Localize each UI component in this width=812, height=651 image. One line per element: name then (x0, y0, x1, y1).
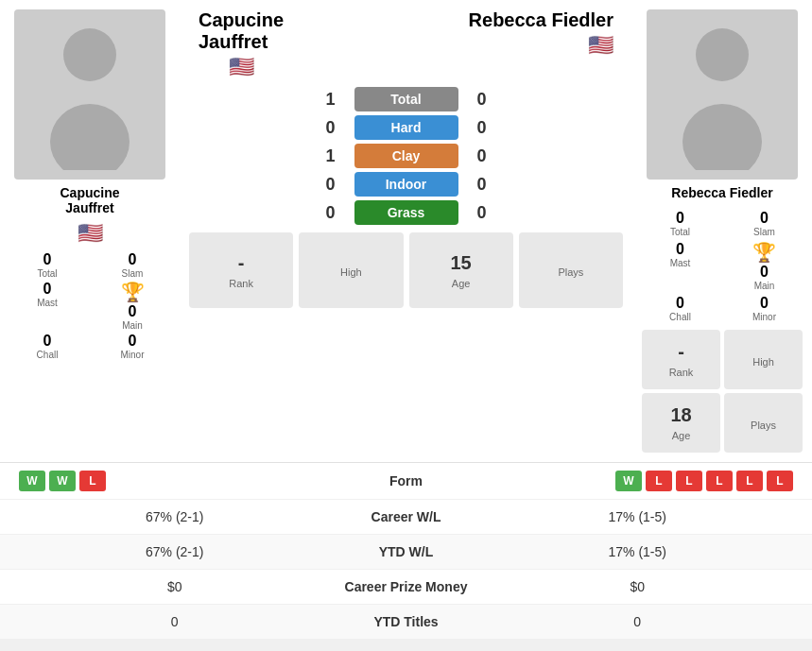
right-rank-value: - (678, 341, 684, 363)
main-container: Capucine Jauffret 🇺🇸 0 Total 0 Slam 0 Ma… (0, 0, 812, 639)
right-player-panel: Rebecca Fiedler 0 Total 0 Slam 0 Mast 🏆 … (632, 9, 812, 462)
right-player-avatar (647, 9, 798, 180)
stat-rows-container: 67% (2-1)Career W/L17% (1-5)67% (2-1)YTD… (0, 499, 812, 639)
stat-row: 67% (2-1)YTD W/L17% (1-5) (0, 534, 812, 569)
stat-row-left-value: 67% (2-1) (19, 509, 331, 524)
form-badge-right: L (706, 471, 733, 491)
top-section: Capucine Jauffret 🇺🇸 0 Total 0 Slam 0 Ma… (0, 0, 812, 462)
left-player-flag: 🇺🇸 (78, 221, 103, 246)
score-row-indoor: 0 Indoor 0 (189, 172, 623, 197)
svg-point-1 (50, 104, 130, 170)
right-stats-grid: 0 Total 0 Slam 0 Mast 🏆 0 Main 0 (642, 210, 803, 322)
right-total-label: Total (670, 227, 690, 237)
form-badge-left: W (49, 471, 76, 491)
right-chall-label: Chall (669, 312, 691, 322)
form-badge-right: L (767, 471, 793, 491)
middle-panel: Capucine Jauffret 🇺🇸 Rebecca Fiedler 🇺🇸 … (180, 9, 632, 462)
indoor-badge: Indoor (354, 172, 458, 197)
right-detail-boxes: - Rank High 18 Age Plays (642, 330, 803, 453)
form-label: Form (331, 473, 482, 488)
right-mast-value: 0 (676, 241, 684, 258)
left-slam-value: 0 (129, 251, 137, 268)
trophy-icon: 🏆 (121, 281, 145, 303)
right-flag-header: 🇺🇸 (469, 33, 613, 58)
stat-row: 0YTD Titles0 (0, 604, 812, 639)
left-stat-boxes: - Rank High 15 Age Plays (180, 225, 632, 308)
svg-point-3 (682, 104, 762, 170)
left-slam-label: Slam (122, 268, 144, 279)
score-row-total: 1 Total 0 (189, 87, 623, 111)
indoor-score-right: 0 (458, 175, 506, 195)
form-badge-left: W (19, 471, 45, 491)
stat-row-center-label: YTD W/L (331, 544, 482, 559)
grass-badge: Grass (354, 200, 458, 225)
total-score-left: 1 (307, 90, 354, 110)
clay-badge: Clay (354, 144, 458, 168)
right-plays-label: Plays (751, 420, 776, 431)
bottom-section: WWL Form WLLLLL 67% (2-1)Career W/L17% (… (0, 462, 812, 639)
right-high-box: High (724, 330, 803, 389)
right-slam-label: Slam (753, 227, 775, 237)
left-main-label: Main (122, 320, 143, 331)
score-rows: 1 Total 0 0 Hard 0 1 Clay 0 0 Indoor (180, 87, 632, 225)
right-trophy-icon: 🏆 (752, 241, 776, 264)
stat-row-right-value: 17% (1-5) (482, 509, 794, 524)
right-rank-label: Rank (669, 367, 694, 378)
grass-score-right: 0 (458, 203, 506, 223)
left-high-label: High (340, 266, 362, 278)
stat-row-center-label: Career W/L (331, 509, 482, 524)
right-minor-value: 0 (760, 295, 769, 312)
left-mast-label: Mast (37, 298, 58, 308)
svg-point-2 (696, 28, 749, 81)
right-total-value: 0 (676, 210, 684, 227)
left-player-panel: Capucine Jauffret 🇺🇸 0 Total 0 Slam 0 Ma… (0, 9, 180, 462)
hard-badge: Hard (354, 115, 458, 140)
right-age-box: 18 Age (642, 393, 720, 453)
left-player-stats: 0 Total 0 Slam 0 Mast 🏆 0 Main 0 (9, 251, 170, 360)
left-mast-value: 0 (43, 281, 52, 298)
left-player-name: Capucine Jauffret (60, 185, 119, 215)
stat-row-left-value: 0 (19, 614, 331, 629)
score-row-hard: 0 Hard 0 (189, 115, 623, 140)
stat-row: $0Career Prize Money$0 (0, 569, 812, 604)
left-flag-header: 🇺🇸 (199, 55, 284, 79)
stat-row-left-value: 67% (2-1) (19, 544, 331, 559)
left-high-box: High (299, 232, 403, 308)
form-badges-left: WWL (19, 471, 331, 491)
stat-row-right-value: 17% (1-5) (482, 544, 794, 559)
left-age-value: 15 (451, 252, 472, 274)
right-rank-box: - Rank (642, 330, 720, 389)
hard-score-left: 0 (307, 118, 354, 138)
form-row: WWL Form WLLLLL (0, 463, 812, 499)
right-slam-value: 0 (760, 210, 769, 227)
left-chall-label: Chall (37, 350, 59, 360)
left-chall-value: 0 (43, 333, 52, 350)
left-rank-value: - (238, 252, 245, 274)
left-player-avatar (14, 9, 165, 180)
right-chall-value: 0 (676, 295, 684, 312)
left-rank-label: Rank (229, 278, 253, 289)
right-plays-box: Plays (724, 393, 803, 453)
left-minor-label: Minor (120, 350, 144, 360)
clay-score-left: 1 (307, 146, 354, 166)
hard-score-right: 0 (458, 118, 506, 138)
left-plays-label: Plays (558, 266, 583, 278)
total-badge: Total (354, 87, 458, 111)
left-plays-box: Plays (519, 232, 623, 308)
left-name-header: Capucine Jauffret (199, 9, 284, 53)
left-total-label: Total (37, 268, 57, 279)
form-badges-right: WLLLLL (482, 471, 794, 491)
left-minor-value: 0 (129, 333, 137, 350)
grass-score-left: 0 (307, 203, 354, 223)
stat-row-center-label: Career Prize Money (331, 579, 482, 594)
player-names-row: Capucine Jauffret 🇺🇸 Rebecca Fiedler 🇺🇸 (180, 9, 632, 79)
right-main-label: Main (754, 281, 775, 291)
right-minor-label: Minor (752, 312, 776, 322)
right-mast-label: Mast (670, 258, 691, 268)
right-age-value: 18 (670, 404, 691, 426)
clay-score-right: 0 (458, 146, 506, 166)
left-rank-box: - Rank (189, 232, 293, 308)
score-row-grass: 0 Grass 0 (189, 200, 623, 225)
left-age-label: Age (452, 278, 471, 289)
stat-row-right-value: 0 (482, 614, 794, 629)
